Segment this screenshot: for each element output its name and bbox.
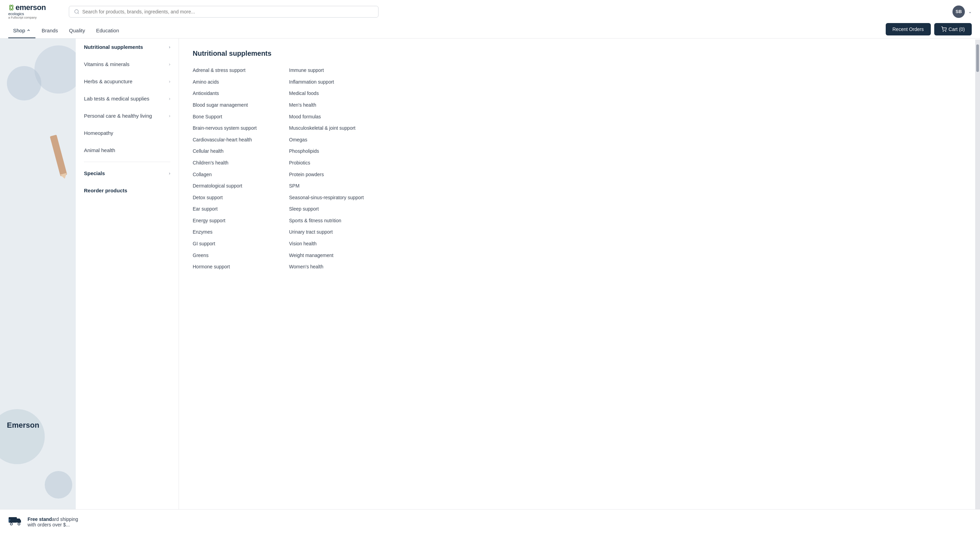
- submenu-col-2: Immune supportInflammation supportMedica…: [289, 67, 365, 270]
- submenu-link[interactable]: Bone Support: [193, 114, 269, 121]
- header-top: emerson ecologics a Fullscript company S…: [0, 0, 980, 23]
- submenu-panel: Nutritional supplements Adrenal & stress…: [179, 38, 980, 533]
- submenu-link[interactable]: Collagen: [193, 172, 269, 178]
- nav-item-quality[interactable]: Quality: [64, 24, 90, 38]
- menu-item-reorder[interactable]: Reorder products: [76, 182, 178, 199]
- submenu-link[interactable]: Hormone support: [193, 264, 269, 270]
- submenu-link[interactable]: Dermatological support: [193, 183, 269, 189]
- submenu-link[interactable]: Musculoskeletal & joint support: [289, 125, 365, 132]
- submenu-link[interactable]: Antioxidants: [193, 90, 269, 97]
- svg-point-2: [75, 10, 78, 13]
- submenu-link[interactable]: Inflammation support: [289, 79, 365, 86]
- menu-item-personal-care[interactable]: Personal care & healthy living ›: [76, 107, 178, 124]
- submenu-link[interactable]: Sports & fitness nutrition: [289, 218, 365, 224]
- nav-item-shop[interactable]: Shop: [8, 24, 35, 38]
- menu-item-homeopathy[interactable]: Homeopathy: [76, 124, 178, 142]
- cart-icon: [941, 27, 947, 32]
- svg-point-8: [18, 523, 20, 525]
- logo-icon: [8, 5, 14, 11]
- main-content: Emerson Nutritional supplements › Vitami…: [0, 38, 980, 533]
- submenu-link[interactable]: Immune support: [289, 67, 365, 74]
- menu-item-animal-health[interactable]: Animal health: [76, 142, 178, 159]
- logo-name: emerson: [16, 3, 46, 12]
- svg-point-7: [10, 523, 13, 525]
- nav-bar: Shop Brands Quality Education Recent Ord…: [0, 23, 980, 38]
- dropdown-menu: Nutritional supplements › Vitamins & min…: [76, 38, 179, 533]
- submenu-link[interactable]: Urinary tract support: [289, 229, 365, 236]
- submenu-link[interactable]: Amino acids: [193, 79, 269, 86]
- promo-sub: with orde: [27, 522, 47, 528]
- hero-shapes: [0, 38, 76, 533]
- recent-orders-button[interactable]: Recent Orders: [886, 23, 931, 35]
- menu-item-vitamins-minerals[interactable]: Vitamins & minerals ›: [76, 56, 178, 73]
- menu-item-specials[interactable]: Specials ›: [76, 165, 178, 182]
- logo: emerson ecologics a Fullscript company: [8, 3, 63, 20]
- svg-line-3: [78, 13, 79, 14]
- menu-chevron-nutritional: ›: [169, 44, 170, 49]
- scrollbar-thumb: [976, 44, 979, 72]
- menu-item-lab-tests[interactable]: Lab tests & medical supplies ›: [76, 90, 178, 107]
- header-actions: SB ⌄: [953, 5, 972, 18]
- logo-tagline: a Fullscript company: [8, 16, 46, 20]
- submenu-link[interactable]: Vision health: [289, 240, 365, 247]
- avatar-button[interactable]: SB: [953, 5, 965, 18]
- header: emerson ecologics a Fullscript company S…: [0, 0, 980, 38]
- nav-right-buttons: Recent Orders Cart (0): [886, 23, 972, 38]
- submenu-link[interactable]: Adrenal & stress support: [193, 67, 269, 74]
- submenu-col-1: Adrenal & stress supportAmino acidsAntio…: [193, 67, 269, 270]
- submenu-link[interactable]: Probiotics: [289, 160, 365, 167]
- submenu-link[interactable]: Cardiovascular-heart health: [193, 137, 269, 143]
- svg-point-4: [943, 31, 943, 32]
- submenu-link[interactable]: Detox support: [193, 194, 269, 201]
- submenu-link[interactable]: Children's health: [193, 160, 269, 167]
- shop-chevron-icon: [27, 28, 30, 32]
- promo-main: Free stand: [27, 517, 52, 522]
- submenu-link[interactable]: Sleep support: [289, 206, 365, 213]
- avatar-dropdown-button[interactable]: ⌄: [968, 9, 972, 14]
- menu-chevron-lab: ›: [169, 96, 170, 101]
- submenu-link[interactable]: Seasonal-sinus-respiratory support: [289, 194, 365, 201]
- submenu-link[interactable]: Blood sugar management: [193, 102, 269, 109]
- promo-text: Free standard shipping with orders over …: [27, 517, 78, 528]
- submenu-link[interactable]: Weight management: [289, 252, 365, 259]
- submenu-link[interactable]: Phospholipids: [289, 148, 365, 155]
- logo-brand: ecologics: [8, 12, 46, 16]
- scrollbar-area: [975, 40, 980, 534]
- hero-title: Emerson: [7, 421, 39, 430]
- menu-item-herbs-acupuncture[interactable]: Herbs & acupuncture ›: [76, 73, 178, 90]
- delivery-truck-icon: [8, 515, 22, 526]
- cart-button[interactable]: Cart (0): [934, 23, 972, 35]
- submenu-link[interactable]: GI support: [193, 240, 269, 247]
- submenu-link[interactable]: Greens: [193, 252, 269, 259]
- nav-item-education[interactable]: Education: [91, 24, 124, 38]
- search-container: [69, 6, 379, 17]
- hero-panel: Emerson: [0, 38, 76, 533]
- search-input[interactable]: [82, 9, 373, 14]
- submenu-link[interactable]: SPM: [289, 183, 365, 189]
- submenu-link[interactable]: Energy support: [193, 218, 269, 224]
- submenu-link[interactable]: Medical foods: [289, 90, 365, 97]
- svg-point-5: [945, 31, 946, 32]
- truck-icon: [8, 515, 22, 529]
- menu-item-nutritional-supplements[interactable]: Nutritional supplements ›: [76, 38, 178, 56]
- submenu-link[interactable]: Mood formulas: [289, 114, 365, 121]
- menu-divider: [84, 162, 170, 162]
- submenu-link[interactable]: Women's health: [289, 264, 365, 270]
- submenu-link[interactable]: Omegas: [289, 137, 365, 143]
- submenu-link[interactable]: Protein powders: [289, 172, 365, 178]
- submenu-link[interactable]: Men's health: [289, 102, 365, 109]
- menu-chevron-personal: ›: [169, 113, 170, 118]
- nav-item-brands[interactable]: Brands: [37, 24, 63, 38]
- submenu-columns: Adrenal & stress supportAmino acidsAntio…: [193, 67, 966, 270]
- submenu-link[interactable]: Cellular health: [193, 148, 269, 155]
- submenu-title: Nutritional supplements: [193, 49, 966, 57]
- submenu-link[interactable]: Brain-nervous system support: [193, 125, 269, 132]
- menu-chevron-specials: ›: [169, 171, 170, 176]
- promo-bar: Free standard shipping with orders over …: [0, 509, 980, 534]
- menu-chevron-vitamins: ›: [169, 62, 170, 67]
- submenu-link[interactable]: Ear support: [193, 206, 269, 213]
- menu-chevron-herbs: ›: [169, 79, 170, 84]
- search-icon: [74, 9, 80, 14]
- submenu-link[interactable]: Enzymes: [193, 229, 269, 236]
